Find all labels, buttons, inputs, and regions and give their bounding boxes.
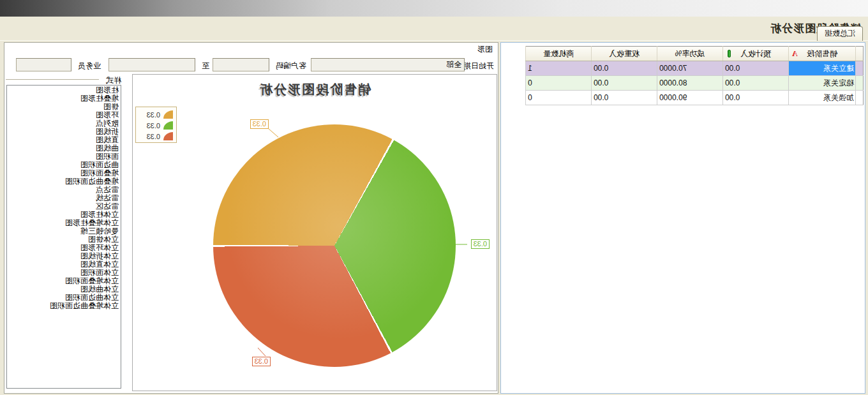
legend-entry: 0.33	[136, 109, 173, 120]
start-date-combo[interactable]: 全部	[311, 58, 465, 71]
row-indicator-cell	[856, 61, 864, 76]
legend-entry: 0.33	[136, 131, 173, 142]
expected-income-cell[interactable]: 0.00	[723, 76, 789, 91]
expected-income-cell[interactable]: 0.00	[723, 61, 789, 76]
pie	[213, 124, 456, 367]
opportunity-count-cell[interactable]: 1	[526, 61, 592, 76]
column-header-weighted-income[interactable]: 权重收入	[592, 47, 657, 61]
style-list[interactable]: 柱形图堆叠柱形图饼图环形图散列点折线图直线图曲线图面积图曲边面积图堆叠面积图堆叠…	[6, 85, 121, 389]
groupbox-caption: 图形	[476, 44, 494, 55]
table-row[interactable]: 建立关系 0.00 70.0000 0.00 1	[526, 61, 864, 76]
row-indicator-column-header	[856, 47, 864, 61]
legend-value: 0.33	[147, 133, 160, 140]
salesman-input[interactable]	[16, 58, 71, 71]
stage-cell[interactable]: 加强关系	[789, 91, 856, 105]
success-rate-cell[interactable]: 80.0000	[657, 76, 723, 91]
opportunity-count-cell[interactable]: 0	[526, 76, 592, 91]
column-indicator-icon	[728, 50, 731, 57]
title-bar: 销售阶段图形分析	[0, 17, 868, 41]
customer-code-label: 客户编码	[276, 61, 306, 71]
chart-legend: 0.33 0.33 0.33	[135, 107, 177, 143]
pie-chart-area: 销售阶段图形分析 0.33 0.33 0.33	[132, 74, 497, 391]
slice-label-callout: 0.33	[471, 239, 490, 249]
weighted-income-cell[interactable]: 0.00	[592, 91, 657, 105]
slice-label-callout: 0.33	[252, 357, 271, 366]
success-rate-cell[interactable]: 70.0000	[657, 61, 723, 76]
expected-income-cell[interactable]: 0.00	[723, 91, 789, 105]
chart-title: 销售阶段图形分析	[133, 81, 497, 98]
stage-cell-selected[interactable]: 建立关系	[789, 61, 856, 76]
stage-cell[interactable]: 稳定关系	[789, 76, 856, 91]
column-header-success-rate[interactable]: 成功率%	[657, 47, 723, 61]
legend-value: 0.33	[147, 122, 160, 130]
tabstrip-divider	[0, 40, 868, 41]
legend-wedge-icon	[163, 132, 173, 140]
style-divider	[6, 79, 99, 80]
row-indicator-cell	[856, 91, 864, 105]
column-header-opportunity-count[interactable]: 商机数量	[526, 47, 592, 61]
weighted-income-cell[interactable]: 0.00	[592, 76, 657, 91]
customer-code-input[interactable]	[213, 58, 269, 71]
summary-table-panel: 销售阶段 A 预计收入 成功率% 权重收入 商机数量 建立关系 0.00 70.…	[500, 42, 865, 394]
legend-value: 0.33	[147, 111, 160, 119]
start-date-label: 开始日期	[463, 61, 494, 71]
legend-entry: 0.33	[136, 120, 173, 131]
weighted-income-cell[interactable]: 0.00	[592, 61, 657, 76]
tab-summary-data[interactable]: 汇总数据	[817, 26, 863, 41]
leader-line	[268, 128, 278, 137]
style-list-item[interactable]: 立体堆叠曲边面积图	[7, 302, 121, 310]
column-header-label: 预计收入	[740, 49, 771, 58]
column-header-label: 销售阶段	[807, 49, 837, 58]
success-rate-cell[interactable]: 90.0000	[657, 91, 723, 105]
to-label: 至	[202, 61, 209, 71]
chart-panel: 图形 开始日期 全部 客户编码 至 业务员 样式 柱形图堆叠柱形图饼图环形图散列…	[4, 42, 498, 394]
table-row[interactable]: 稳定关系 0.00 80.0000 0.00 0	[526, 76, 864, 91]
row-indicator-cell	[856, 76, 864, 91]
legend-wedge-icon	[163, 121, 173, 130]
summary-table: 销售阶段 A 预计收入 成功率% 权重收入 商机数量 建立关系 0.00 70.…	[525, 46, 864, 105]
column-header-expected-income[interactable]: 预计收入	[723, 47, 789, 61]
column-header-stage[interactable]: 销售阶段 A	[789, 47, 856, 61]
to-input[interactable]	[108, 58, 195, 71]
table-row[interactable]: 加强关系 0.00 90.0000 0.00 0	[526, 91, 864, 105]
legend-wedge-icon	[163, 110, 173, 119]
leader-line	[258, 348, 266, 356]
app-window: 销售阶段图形分析 汇总数据 销售阶段 A 预计收入 成功率% 权重收入	[0, 0, 868, 395]
opportunity-count-cell[interactable]: 0	[526, 91, 592, 105]
sort-ascending-icon: A	[792, 49, 798, 59]
window-gradient-bar	[0, 0, 868, 17]
slice-label-callout: 0.33	[250, 119, 269, 129]
salesman-label: 业务员	[78, 61, 101, 71]
